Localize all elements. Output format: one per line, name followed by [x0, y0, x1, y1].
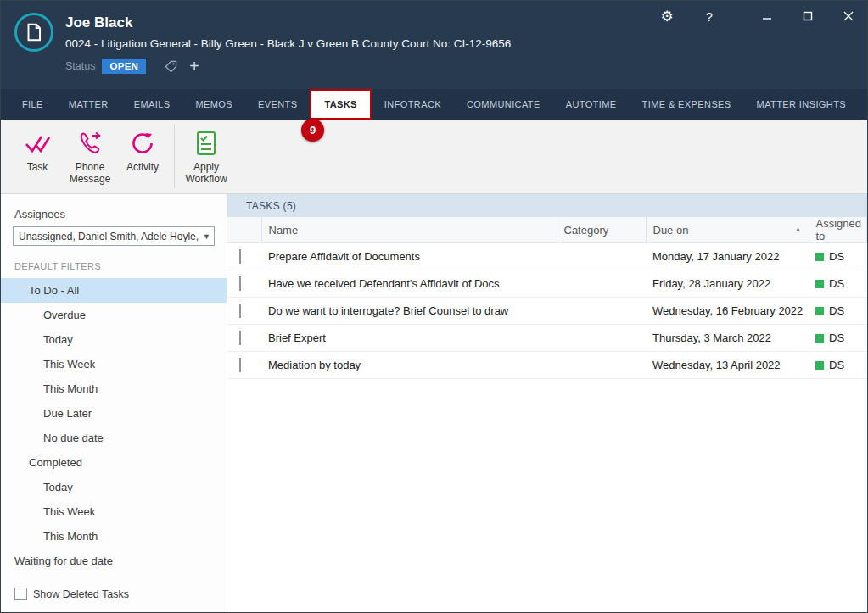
- show-deleted-label: Show Deleted Tasks: [33, 588, 129, 600]
- task-name: Have we received Defendant's Affidavit o…: [261, 270, 557, 298]
- filter-due-later[interactable]: Due Later: [1, 401, 227, 426]
- filter-this-week[interactable]: This Week: [1, 352, 227, 376]
- table-row[interactable]: Mediation by today Wednesday, 13 April 2…: [227, 352, 867, 379]
- task-name: Brief Expert: [261, 325, 557, 352]
- titlebar: Joe Black 0024 - Litigation General - Bi…: [1, 1, 867, 89]
- table-row[interactable]: Prepare Affidavit of Documents Monday, 1…: [227, 243, 867, 270]
- assigned-to-column-header[interactable]: Assigned to: [809, 217, 867, 243]
- table-row[interactable]: Brief Expert Thursday, 3 March 2022 DS: [227, 325, 867, 352]
- task-due: Wednesday, 13 April 2022: [646, 352, 809, 379]
- ribbon-label: Phone Message: [64, 162, 116, 186]
- filter-todo-all[interactable]: To Do - All: [1, 278, 227, 303]
- name-column-header[interactable]: Name: [261, 217, 557, 243]
- tab-infotrack[interactable]: INFOTRACK: [372, 89, 454, 120]
- row-checkbox[interactable]: [239, 304, 241, 318]
- phone-message-button[interactable]: Phone Message: [64, 120, 116, 193]
- tasks-panel: TASKS (5) Name Category Due on▲ Assigned…: [227, 194, 867, 612]
- row-checkbox[interactable]: [239, 276, 241, 291]
- row-checkbox[interactable]: [239, 249, 241, 264]
- new-task-button[interactable]: Task: [11, 120, 64, 193]
- assignee-initials: DS: [829, 250, 844, 263]
- task-due: Friday, 28 January 2022: [646, 270, 809, 298]
- tab-file[interactable]: FILE: [9, 89, 56, 120]
- sort-ascending-icon: ▲: [795, 226, 802, 233]
- tab-time-expenses[interactable]: TIME & EXPENSES: [630, 89, 744, 120]
- ribbon-separator: [174, 125, 175, 188]
- filter-today[interactable]: Today: [1, 327, 227, 352]
- filter-overdue[interactable]: Overdue: [1, 303, 227, 327]
- tasks-panel-title: TASKS (5): [227, 194, 867, 217]
- tag-icon[interactable]: [165, 60, 177, 73]
- filter-waiting-for-due-date[interactable]: Waiting for due date: [1, 549, 227, 573]
- assignees-dropdown[interactable]: Unassigned, Daniel Smith, Adele Hoyle,..…: [13, 226, 215, 246]
- app-window: Joe Black 0024 - Litigation General - Bi…: [0, 0, 868, 613]
- assignee-initials: DS: [829, 359, 844, 371]
- workflow-checklist-icon: [193, 130, 220, 157]
- contact-name: Joe Black: [65, 14, 511, 31]
- task-category: [557, 298, 646, 325]
- tab-matter-insights[interactable]: MATTER INSIGHTS: [744, 89, 859, 120]
- tasks-table-header-row: Name Category Due on▲ Assigned to: [227, 217, 867, 243]
- assignees-label: Assignees: [1, 208, 227, 226]
- content-area: Assignees Unassigned, Daniel Smith, Adel…: [1, 194, 867, 612]
- row-checkbox[interactable]: [239, 358, 241, 372]
- ribbon-label: Activity: [126, 162, 159, 174]
- filter-completed[interactable]: Completed: [1, 450, 227, 475]
- status-badge[interactable]: OPEN: [102, 59, 146, 74]
- filters-sidebar: Assignees Unassigned, Daniel Smith, Adel…: [1, 194, 227, 612]
- task-name: Do we want to interrogate? Brief Counsel…: [261, 298, 557, 325]
- assignee-color-swatch: [815, 280, 824, 288]
- add-tag-icon[interactable]: +: [189, 59, 199, 73]
- category-column-header[interactable]: Category: [557, 217, 646, 243]
- task-category: [557, 352, 646, 379]
- circular-arrow-icon: [129, 130, 156, 157]
- chevron-down-icon: ▼: [199, 232, 210, 241]
- activity-button[interactable]: Activity: [116, 120, 169, 193]
- table-row[interactable]: Do we want to interrogate? Brief Counsel…: [227, 298, 867, 325]
- filter-completed-today[interactable]: Today: [1, 475, 227, 499]
- due-on-column-header[interactable]: Due on▲: [646, 217, 809, 243]
- show-deleted-checkbox[interactable]: [14, 588, 27, 600]
- tab-emails[interactable]: EMAILS: [121, 89, 183, 120]
- status-label: Status: [65, 60, 95, 72]
- app-logo-icon: [14, 13, 53, 52]
- close-button[interactable]: [838, 10, 859, 24]
- help-icon[interactable]: ?: [699, 10, 720, 24]
- filter-completed-this-month[interactable]: This Month: [1, 524, 227, 549]
- task-category: [557, 270, 646, 298]
- task-name: Mediation by today: [261, 352, 557, 379]
- settings-gear-icon[interactable]: ⚙: [657, 8, 677, 25]
- assignee-color-swatch: [815, 361, 824, 370]
- phone-icon: [76, 130, 104, 157]
- filter-this-month[interactable]: This Month: [1, 376, 227, 401]
- apply-workflow-button[interactable]: Apply Workflow: [180, 120, 232, 193]
- default-filters-header: DEFAULT FILTERS: [1, 256, 227, 278]
- select-column-header[interactable]: [227, 217, 261, 243]
- task-category: [557, 325, 646, 352]
- tab-autotime[interactable]: AUTOTIME: [553, 89, 630, 120]
- show-deleted-row: Show Deleted Tasks: [1, 588, 227, 612]
- maximize-button[interactable]: [798, 10, 818, 24]
- row-checkbox[interactable]: [239, 331, 241, 345]
- filter-completed-this-week[interactable]: This Week: [1, 499, 227, 524]
- task-due: Thursday, 3 March 2022: [646, 325, 809, 352]
- window-controls: ⚙ ?: [657, 8, 859, 25]
- due-on-column-label: Due on: [653, 224, 689, 237]
- assignees-dropdown-value: Unassigned, Daniel Smith, Adele Hoyle,..…: [19, 231, 199, 242]
- double-tick-icon: [24, 130, 51, 157]
- tab-communicate[interactable]: COMMUNICATE: [454, 89, 553, 120]
- tab-events[interactable]: EVENTS: [245, 89, 310, 120]
- task-due: Wednesday, 16 February 2022: [646, 298, 809, 325]
- task-category: [557, 243, 646, 270]
- assignee-color-swatch: [815, 307, 824, 315]
- filter-no-due-date[interactable]: No due date: [1, 426, 227, 450]
- task-name: Prepare Affidavit of Documents: [261, 243, 557, 270]
- document-icon: [23, 21, 45, 43]
- minimize-button[interactable]: [757, 10, 777, 24]
- tasks-table: Name Category Due on▲ Assigned to Prepar…: [227, 217, 867, 379]
- task-due: Monday, 17 January 2022: [646, 243, 809, 270]
- tab-memos[interactable]: MEMOS: [182, 89, 245, 120]
- table-row[interactable]: Have we received Defendant's Affidavit o…: [227, 270, 867, 298]
- tab-tasks[interactable]: TASKS: [310, 89, 371, 120]
- tab-matter[interactable]: MATTER: [56, 89, 121, 120]
